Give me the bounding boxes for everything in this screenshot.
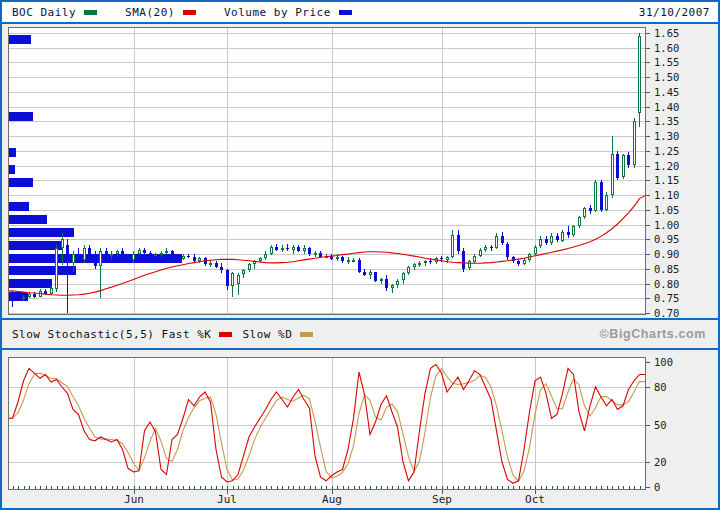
day-tick — [398, 486, 399, 489]
fast-k-line — [9, 358, 645, 489]
stoch-axis-label: 80 — [654, 382, 667, 392]
price-axis-label: 0.95 — [654, 234, 679, 244]
day-tick — [579, 486, 580, 489]
day-tick — [574, 486, 575, 489]
price-axis-tick — [646, 151, 650, 152]
stoch-axis-tick — [646, 487, 650, 488]
day-tick — [266, 486, 267, 489]
day-tick — [508, 486, 509, 489]
volume-by-price-swatch-icon — [339, 10, 352, 15]
day-tick — [546, 486, 547, 489]
day-tick — [436, 486, 437, 489]
day-tick — [178, 486, 179, 489]
day-tick — [282, 486, 283, 489]
day-tick — [189, 486, 190, 489]
price-axis-label: 1.30 — [654, 131, 679, 141]
day-tick — [271, 486, 272, 489]
stoch-axis-tick — [646, 362, 650, 363]
price-plot-area — [8, 27, 646, 315]
day-tick — [354, 486, 355, 489]
price-axis-label: 1.45 — [654, 87, 679, 97]
day-tick — [618, 486, 619, 489]
price-axis-tick — [646, 62, 650, 63]
price-axis-label: 1.25 — [654, 146, 679, 156]
month-label: Jun — [124, 494, 144, 506]
price-axis-tick — [646, 92, 650, 93]
day-tick — [222, 486, 223, 489]
price-axis-tick — [646, 254, 650, 255]
day-tick — [161, 486, 162, 489]
stoch-axis-tick — [646, 462, 650, 463]
day-tick — [79, 486, 80, 489]
day-tick — [172, 486, 173, 489]
day-tick — [381, 486, 382, 489]
day-tick — [145, 486, 146, 489]
day-tick — [73, 486, 74, 489]
stochastic-d-label: Slow %D — [242, 328, 292, 341]
price-axis-label: 0.80 — [654, 279, 679, 289]
day-tick — [497, 486, 498, 489]
price-axis-tick — [646, 121, 650, 122]
day-tick — [260, 486, 261, 489]
price-axis-tick — [646, 48, 650, 49]
day-tick — [370, 486, 371, 489]
day-tick — [29, 486, 30, 489]
day-tick — [524, 486, 525, 489]
sma20-line — [9, 28, 645, 314]
day-tick — [425, 486, 426, 489]
price-axis-label: 1.15 — [654, 175, 679, 185]
day-tick — [557, 486, 558, 489]
day-tick — [552, 486, 553, 489]
stoch-axis-label: 20 — [654, 457, 667, 467]
day-tick — [46, 486, 47, 489]
price-axis-label: 1.55 — [654, 57, 679, 67]
day-tick — [238, 486, 239, 489]
price-axis-tick — [646, 313, 650, 314]
day-tick — [101, 486, 102, 489]
fast-k-swatch-icon — [219, 332, 232, 337]
day-tick — [194, 486, 195, 489]
day-tick — [568, 486, 569, 489]
day-tick — [585, 486, 586, 489]
price-axis-label: 1.00 — [654, 220, 679, 230]
day-tick — [200, 486, 201, 489]
price-axis-tick — [646, 195, 650, 196]
day-tick — [293, 486, 294, 489]
day-tick — [414, 486, 415, 489]
day-tick — [315, 486, 316, 489]
day-tick — [227, 486, 228, 489]
stoch-axis-label: 0 — [654, 482, 660, 492]
day-tick — [326, 486, 327, 489]
day-tick — [612, 486, 613, 489]
day-tick — [57, 486, 58, 489]
day-tick — [255, 486, 256, 489]
day-tick — [409, 486, 410, 489]
month-label: Aug — [322, 494, 342, 506]
day-tick — [288, 486, 289, 489]
day-tick — [216, 486, 217, 489]
day-tick — [84, 486, 85, 489]
day-tick — [106, 486, 107, 489]
day-tick — [150, 486, 151, 489]
day-tick — [24, 486, 25, 489]
stoch-axis-label: 50 — [654, 420, 667, 430]
price-axis-tick — [646, 210, 650, 211]
day-tick — [134, 486, 135, 489]
day-tick — [486, 486, 487, 489]
legend-sma-label: SMA(20) — [125, 6, 175, 19]
day-tick — [244, 486, 245, 489]
month-label: Jul — [217, 494, 237, 506]
legend-volume-by-price-label: Volume by Price — [224, 6, 331, 19]
day-tick — [332, 486, 333, 489]
boc-daily-swatch-icon — [84, 10, 97, 15]
day-tick — [321, 486, 322, 489]
day-tick — [502, 486, 503, 489]
month-label: Sep — [432, 494, 452, 506]
chart-header: BOC Daily SMA(20) Volume by Price 31/10/… — [2, 2, 718, 24]
month-label: Oct — [525, 494, 545, 506]
day-tick — [464, 486, 465, 489]
day-tick — [62, 486, 63, 489]
day-tick — [304, 486, 305, 489]
price-axis-tick — [646, 107, 650, 108]
day-tick — [442, 486, 443, 489]
